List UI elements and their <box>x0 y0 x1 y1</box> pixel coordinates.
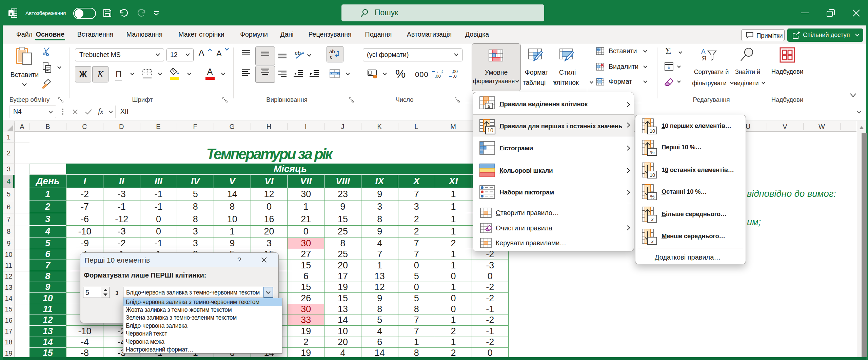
svg-text:x̄: x̄ <box>651 216 654 222</box>
svg-text:,00: ,00 <box>435 74 441 78</box>
svg-text:10: 10 <box>650 128 655 134</box>
svg-text:,00: ,00 <box>452 69 458 74</box>
svg-text:≤: ≤ <box>488 103 490 109</box>
svg-text:%: % <box>650 194 655 200</box>
svg-text:А: А <box>701 48 706 55</box>
svg-text:Я: Я <box>702 55 707 62</box>
svg-text:←,0: ←,0 <box>436 69 443 74</box>
svg-text:%: % <box>650 150 655 155</box>
svg-text:x̄: x̄ <box>651 239 654 244</box>
svg-text:10: 10 <box>650 172 655 178</box>
svg-text:10: 10 <box>487 128 493 133</box>
svg-text:ab: ab <box>329 49 335 54</box>
svg-text:,0: ,0 <box>453 74 457 78</box>
svg-text:x: x <box>9 11 13 16</box>
svg-text:c: c <box>330 54 333 60</box>
